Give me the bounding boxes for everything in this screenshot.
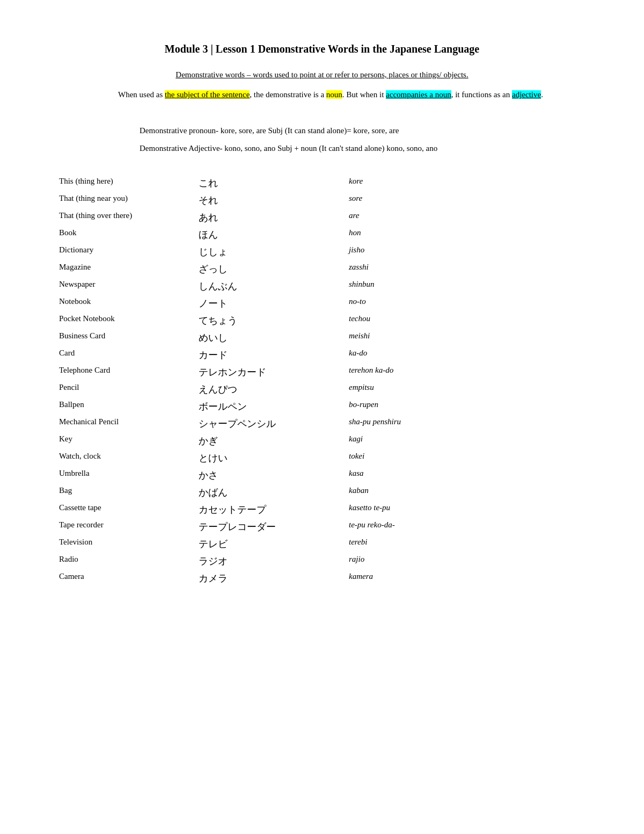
table-row: Keyかぎkagi (54, 432, 590, 449)
vocab-english: Mechanical Pencil (54, 415, 193, 432)
table-row: Tape recorderテープレコーダーte-pu reko-da- (54, 518, 590, 535)
vocab-english: Key (54, 432, 193, 449)
vocab-japanese: テレビ (193, 535, 343, 553)
vocab-english: Card (54, 346, 193, 364)
vocab-english: Watch, clock (54, 449, 193, 467)
vocab-japanese: カメラ (193, 570, 343, 587)
highlight-adjective: adjective (512, 90, 541, 99)
vocab-english: Camera (54, 570, 193, 587)
vocab-romaji: te-pu reko-da- (343, 518, 590, 535)
vocab-japanese: カセットテープ (193, 501, 343, 518)
table-row: Newspaperしんぶんshinbun (54, 278, 590, 295)
adjective-text: Demonstrative Adjective- kono, sono, ano… (140, 144, 437, 153)
explanation-part3: . But when it (342, 90, 386, 99)
vocab-japanese: てちょう (193, 312, 343, 329)
vocab-english: Dictionary (54, 243, 193, 260)
definition-block: Demonstrative words – words used to poin… (54, 70, 590, 79)
table-row: This (thing here)これkore (54, 175, 590, 192)
vocab-japanese: かばん (193, 484, 343, 501)
table-row: That (thing over there)あれare (54, 209, 590, 226)
vocab-romaji: empitsu (343, 381, 590, 398)
vocab-english: Pencil (54, 381, 193, 398)
vocab-japanese: ラジオ (193, 553, 343, 570)
definition-text: Demonstrative words – words used to poin… (175, 70, 468, 79)
vocab-japanese: えんぴつ (193, 381, 343, 398)
vocab-english: Business Card (54, 329, 193, 346)
vocab-english: Umbrella (54, 467, 193, 484)
vocab-romaji: rajio (343, 553, 590, 570)
vocab-english: Newspaper (54, 278, 193, 295)
vocab-japanese: しんぶん (193, 278, 343, 295)
vocab-romaji: hon (343, 226, 590, 243)
vocab-english: Notebook (54, 295, 193, 312)
vocab-romaji: sore (343, 192, 590, 209)
vocab-japanese: カード (193, 346, 343, 364)
table-row: Mechanical Pencilシャープペンシルsha-pu penshiru (54, 415, 590, 432)
table-row: Cameraカメラkamera (54, 570, 590, 587)
vocabulary-table: This (thing here)これkoreThat (thing near … (54, 175, 590, 587)
vocab-romaji: shinbun (343, 278, 590, 295)
explanation-block: When used as the subject of the sentence… (54, 90, 590, 99)
vocab-romaji: terebi (343, 535, 590, 553)
vocab-japanese: かぎ (193, 432, 343, 449)
table-row: Pocket Notebookてちょうtechou (54, 312, 590, 329)
vocab-japanese: ノート (193, 295, 343, 312)
page-title: Module 3 | Lesson 1 Demonstrative Words … (54, 43, 590, 55)
highlight-noun: noun (326, 90, 342, 99)
vocab-japanese: テープレコーダー (193, 518, 343, 535)
explanation-part1: When used as (118, 90, 165, 99)
vocab-romaji: kasetto te-pu (343, 501, 590, 518)
table-row: Bagかばんkaban (54, 484, 590, 501)
pronoun-block: Demonstrative pronoun- kore, sore, are S… (54, 126, 590, 135)
vocab-japanese: かさ (193, 467, 343, 484)
vocab-english: Bag (54, 484, 193, 501)
vocab-english: Tape recorder (54, 518, 193, 535)
table-row: Telephone Cardテレホンカードterehon ka-do (54, 364, 590, 381)
vocab-english: This (thing here) (54, 175, 193, 192)
table-row: Cardカードka-do (54, 346, 590, 364)
explanation-part4: , it functions as an (451, 90, 512, 99)
vocab-japanese: それ (193, 192, 343, 209)
vocab-english: Book (54, 226, 193, 243)
vocab-romaji: kamera (343, 570, 590, 587)
table-row: Cassette tapeカセットテープkasetto te-pu (54, 501, 590, 518)
vocab-english: Cassette tape (54, 501, 193, 518)
vocab-japanese: ざっし (193, 260, 343, 278)
explanation-part5: . (541, 90, 543, 99)
vocab-japanese: これ (193, 175, 343, 192)
vocab-english: Ballpen (54, 398, 193, 415)
table-row: Notebookノートno-to (54, 295, 590, 312)
vocab-japanese: とけい (193, 449, 343, 467)
vocab-japanese: ほん (193, 226, 343, 243)
table-row: Radioラジオrajio (54, 553, 590, 570)
pronoun-text: Demonstrative pronoun- kore, sore, are S… (140, 126, 399, 135)
vocab-japanese: めいし (193, 329, 343, 346)
vocab-romaji: meishi (343, 329, 590, 346)
vocab-english: Telephone Card (54, 364, 193, 381)
vocab-romaji: ka-do (343, 346, 590, 364)
highlight-accompanies: accompanies a noun (386, 90, 451, 99)
explanation-part2: , the demonstrative is a (250, 90, 326, 99)
vocab-english: Television (54, 535, 193, 553)
vocab-english: Radio (54, 553, 193, 570)
vocab-romaji: kagi (343, 432, 590, 449)
vocab-romaji: kore (343, 175, 590, 192)
vocab-romaji: techou (343, 312, 590, 329)
table-row: Magazineざっしzasshi (54, 260, 590, 278)
table-row: Ballpenボールペンbo-rupen (54, 398, 590, 415)
adjective-block: Demonstrative Adjective- kono, sono, ano… (54, 144, 590, 153)
vocab-romaji: bo-rupen (343, 398, 590, 415)
vocab-english: Pocket Notebook (54, 312, 193, 329)
vocab-english: That (thing over there) (54, 209, 193, 226)
table-row: Pencilえんぴつempitsu (54, 381, 590, 398)
table-row: Umbrellaかさkasa (54, 467, 590, 484)
vocab-japanese: シャープペンシル (193, 415, 343, 432)
vocab-romaji: tokei (343, 449, 590, 467)
vocab-romaji: jisho (343, 243, 590, 260)
vocab-romaji: terehon ka-do (343, 364, 590, 381)
table-row: Watch, clockとけいtokei (54, 449, 590, 467)
vocab-japanese: ボールペン (193, 398, 343, 415)
vocab-japanese: あれ (193, 209, 343, 226)
table-row: Business Cardめいしmeishi (54, 329, 590, 346)
vocab-romaji: no-to (343, 295, 590, 312)
